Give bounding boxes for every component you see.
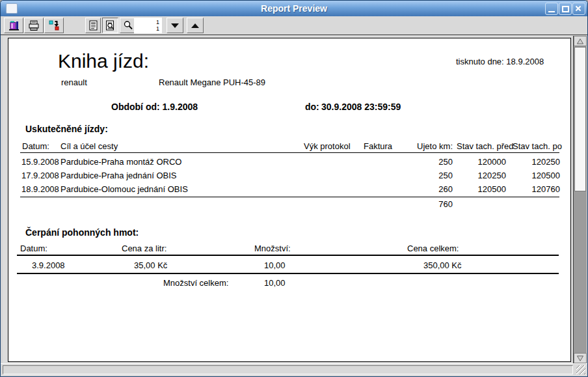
scroll-up-button[interactable]: [574, 36, 587, 46]
trips-col-odo-before: Stav tach. před: [457, 141, 513, 151]
trip-km: 260: [407, 184, 453, 194]
trip-odo-before: 120000: [461, 157, 506, 167]
trip-km: 250: [407, 157, 453, 167]
maximize-icon: [562, 6, 569, 12]
fuel-heading: Čerpání pohonných hmot:: [25, 227, 139, 238]
trip-dest: Pardubice-Olomouc jednání OBIS: [60, 184, 188, 194]
fuel-col-price: Cena za litr:: [122, 244, 167, 253]
fuel-total-amount: 10,00: [264, 278, 286, 288]
fuel-col-date: Datum:: [20, 244, 47, 253]
fuel-col-total: Cena celkem:: [407, 244, 459, 253]
scroll-up-icon: [576, 38, 584, 45]
minimize-icon: [548, 11, 555, 12]
scrollbar-thumb[interactable]: [574, 47, 586, 191]
maximize-button[interactable]: [559, 3, 572, 15]
status-bar: [1, 363, 587, 376]
whole-page-button[interactable]: [85, 18, 101, 33]
fuel-amount: 10,00: [264, 260, 286, 270]
page-width-zoom-button[interactable]: [102, 18, 118, 33]
report-preview-window: Report Preview: [0, 0, 588, 377]
scroll-down-icon: [576, 355, 584, 362]
exit-preview-button[interactable]: [4, 18, 23, 33]
magnifier-icon: [123, 20, 133, 31]
page-up-icon: [191, 23, 199, 28]
trips-heading: Uskutečněné jízdy:: [25, 124, 108, 134]
trips-header-rule: [20, 152, 559, 153]
fuel-col-amount: Množství:: [254, 244, 291, 253]
fuel-header-rule: [17, 255, 559, 256]
preview-area: Kniha jízd: tisknuto dne: 18.9.2008 rena…: [3, 36, 573, 363]
trips-total-km: 760: [407, 199, 453, 209]
print-button[interactable]: [24, 18, 44, 33]
prev-page-button[interactable]: [187, 18, 204, 33]
trip-odo-after: 120760: [514, 184, 560, 194]
scroll-down-button[interactable]: [574, 353, 587, 363]
resize-grip[interactable]: [576, 365, 585, 374]
whole-page-icon: [89, 20, 98, 31]
vehicle-code: renault: [61, 77, 87, 87]
trips-col-dest: Cíl a účel cesty: [60, 141, 118, 151]
period-to: 30.9.2008 23:59:59: [321, 102, 401, 112]
printed-date: tisknuto dne: 18.9.2008: [456, 57, 544, 66]
vertical-scrollbar[interactable]: [573, 36, 587, 363]
page-down-icon: [171, 23, 179, 28]
trips-col-protocol: Výk protokol: [304, 141, 351, 151]
trip-odo-after: 120500: [514, 171, 560, 180]
export-icon: [49, 20, 59, 31]
report-page: Kniha jízd: tisknuto dne: 18.9.2008 rena…: [8, 38, 571, 362]
titlebar[interactable]: Report Preview: [1, 1, 587, 16]
trip-dest: Pardubice-Praha jednání OBIS: [60, 171, 177, 180]
next-page-button[interactable]: [167, 18, 183, 33]
trip-date: 15.9.2008: [21, 157, 59, 167]
toolbar: 1 1: [1, 16, 587, 35]
window-title: Report Preview: [1, 3, 587, 14]
close-button[interactable]: [572, 3, 585, 15]
trips-col-odo-after: Stav tach. po: [513, 141, 562, 151]
page-current: 1: [156, 19, 159, 25]
trip-odo-before: 120250: [461, 171, 506, 180]
trip-date: 18.9.2008: [21, 184, 59, 194]
status-field: [3, 365, 573, 374]
period-from: Období od: 1.9.2008: [111, 102, 198, 112]
page-indicator[interactable]: 1 1: [134, 18, 162, 33]
trip-date: 17.9.2008: [21, 171, 59, 180]
fuel-total-label: Množství celkem:: [163, 278, 228, 288]
trip-odo-before: 120500: [461, 184, 506, 194]
zoom-page-icon: [105, 20, 115, 31]
fuel-footer-rule: [17, 273, 559, 274]
trip-dest: Pardubice-Praha montáž ORCO: [60, 157, 181, 167]
trips-col-km: Ujeto km:: [407, 141, 453, 151]
fuel-price: 35,00 Kč: [134, 260, 167, 270]
trip-km: 250: [407, 171, 453, 180]
page-total: 1: [156, 25, 159, 32]
fuel-date: 3.9.2008: [32, 260, 65, 270]
minimize-button[interactable]: [545, 3, 558, 15]
vehicle-name: Renault Megane PUH-45-89: [159, 77, 265, 87]
trips-footer-rule: [20, 197, 559, 197]
export-button[interactable]: [44, 18, 64, 33]
period-to-label: do:: [305, 102, 319, 112]
trips-col-invoice: Faktura: [364, 141, 392, 151]
fuel-total: 350,00 Kč: [423, 260, 462, 270]
exit-icon: [8, 20, 20, 31]
trip-odo-after: 120250: [514, 157, 560, 167]
report-title: Kniha jízd:: [58, 50, 149, 72]
print-icon: [28, 20, 40, 31]
trips-col-date: Datum:: [22, 141, 49, 151]
